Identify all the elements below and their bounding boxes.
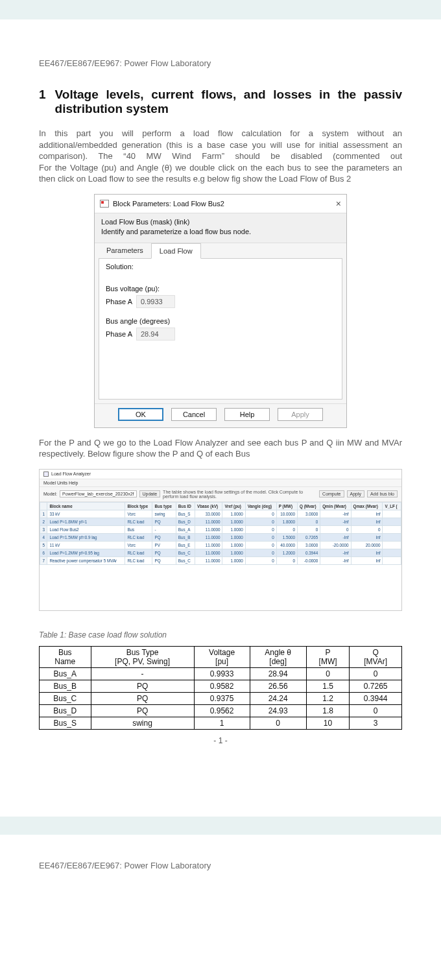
table-row: Bus_DPQ0.956224.931.80: [40, 704, 402, 717]
cancel-button[interactable]: Cancel: [171, 408, 217, 421]
intro-paragraph: In this part you will perform a load flo…: [39, 128, 402, 185]
analyzer-title: Load Flow Analyzer: [51, 472, 91, 476]
analyzer-row[interactable]: 511 kVVsrcPVBus_E11.00001.0000040.00003.…: [40, 541, 401, 549]
phase-a-label-voltage: Phase A: [106, 298, 132, 305]
add-bus-button[interactable]: Add bus blo: [367, 490, 398, 497]
model-label: Model:: [43, 492, 57, 496]
analyzer-icon: [43, 472, 49, 477]
table-row: Bus_A-0.993328.9400: [40, 667, 402, 680]
analyzer-col-header: Qmin (Mvar): [320, 502, 351, 510]
compute-button[interactable]: Compute: [319, 490, 344, 497]
analyzer-apply-button[interactable]: Apply: [347, 490, 365, 497]
table-row: Bus_CPQ0.937524.241.20.3944: [40, 692, 402, 704]
table-row: Bus_BPQ0.958226.561.50.7265: [40, 680, 402, 692]
analyzer-col-header: Vbase (kV): [195, 502, 222, 510]
analyzer-col-header: [40, 502, 47, 510]
tab-parameters[interactable]: Parameters: [99, 243, 151, 258]
block-parameters-dialog: Block Parameters: Load Flow Bus2 × Load …: [94, 194, 347, 428]
analyzer-row[interactable]: 4Load P=1.5MW pf=0.9 lagRLC loadPQBus_B1…: [40, 533, 401, 541]
analyzer-col-header: Bus type: [152, 502, 176, 510]
help-button[interactable]: Help: [224, 408, 270, 421]
analyzer-col-header: V_LF (: [383, 502, 401, 510]
model-name-field[interactable]: PowerFlow_lab_exercise_20230x2f: [60, 490, 137, 497]
solution-label: Solution:: [106, 263, 335, 270]
analyzer-message: The table shows the load flow settings o…: [163, 490, 316, 499]
bus-angle-value: 28.94: [136, 328, 175, 341]
analyzer-col-header: Q (Mvar): [297, 502, 320, 510]
section-title-line1: Voltage levels, current flows, and losse…: [55, 88, 402, 102]
analyzer-col-header: Vref (pu): [222, 502, 245, 510]
results-table: BusName Bus Type[PQ, PV, Swing] Voltage[…: [39, 646, 402, 730]
section-heading: 1 Voltage levels, current flows, and los…: [39, 88, 402, 116]
dialog-mask-line: Load Flow Bus (mask) (link): [101, 217, 340, 227]
bus-voltage-label: Bus voltage (pu):: [106, 285, 335, 293]
analyzer-row[interactable]: 3Load Flow Bus2Bus-Bus_A11.00001.0000000…: [40, 525, 401, 533]
analyzer-menu[interactable]: Model Units Help: [40, 479, 401, 487]
tab-load-flow[interactable]: Load Flow: [151, 243, 201, 259]
phase-a-label-angle: Phase A: [106, 330, 132, 338]
analyzer-col-header: Block name: [47, 502, 125, 510]
analyzer-row[interactable]: 133 kVVsrcswingBus_S33.00001.0000010.000…: [40, 510, 401, 518]
section-number: 1: [39, 88, 46, 116]
update-button[interactable]: Update: [139, 490, 161, 497]
bus-angle-label: Bus angle (degrees): [106, 317, 335, 325]
analyzer-row[interactable]: 6Load P=1.2MW pf=0.95 lagRLC loadPQBus_C…: [40, 549, 401, 556]
ok-button[interactable]: OK: [118, 408, 163, 421]
dialog-desc: Identify and parameterize a load flow bu…: [101, 227, 340, 237]
page: EE467/EE867/EE967: Power Flow Laboratory…: [0, 19, 441, 765]
section-title-line2: distribution system: [55, 102, 402, 116]
analyzer-row[interactable]: 2Load P=1.8MW pf=1RLC loadPQBus_D11.0000…: [40, 518, 401, 525]
table1-caption: Table 1: Base case load flow solution: [39, 630, 402, 639]
bottom-band: [0, 817, 441, 835]
close-icon[interactable]: ×: [336, 198, 341, 209]
analyzer-col-header: Qmax (Mvar): [351, 502, 383, 510]
load-flow-analyzer: Load Flow Analyzer Model Units Help Mode…: [39, 469, 402, 611]
bus-voltage-value: 0.9933: [136, 295, 175, 308]
top-band: [0, 0, 441, 19]
footer-running-head: EE467/EE867/EE967: Power Flow Laboratory: [0, 835, 441, 896]
analyzer-col-header: Block type: [125, 502, 152, 510]
page-number: - 1 -: [39, 736, 402, 745]
dialog-title: Block Parameters: Load Flow Bus2: [113, 200, 224, 208]
apply-button[interactable]: Apply: [278, 408, 323, 421]
analyzer-intro-paragraph: For the P and Q we go to the Load Flow A…: [39, 437, 402, 460]
analyzer-table: Block nameBlock typeBus typeBus IDVbase …: [40, 502, 401, 565]
analyzer-col-header: Bus ID: [176, 502, 195, 510]
analyzer-row[interactable]: 7Reactive power compensator 5 MVArRLC lo…: [40, 556, 401, 564]
analyzer-col-header: P (MW): [276, 502, 297, 510]
table-row: Bus_Sswing10103: [40, 717, 402, 729]
running-head: EE467/EE867/EE967: Power Flow Laboratory: [39, 58, 402, 68]
dialog-icon: [100, 200, 109, 208]
analyzer-col-header: Vangle (deg): [245, 502, 276, 510]
